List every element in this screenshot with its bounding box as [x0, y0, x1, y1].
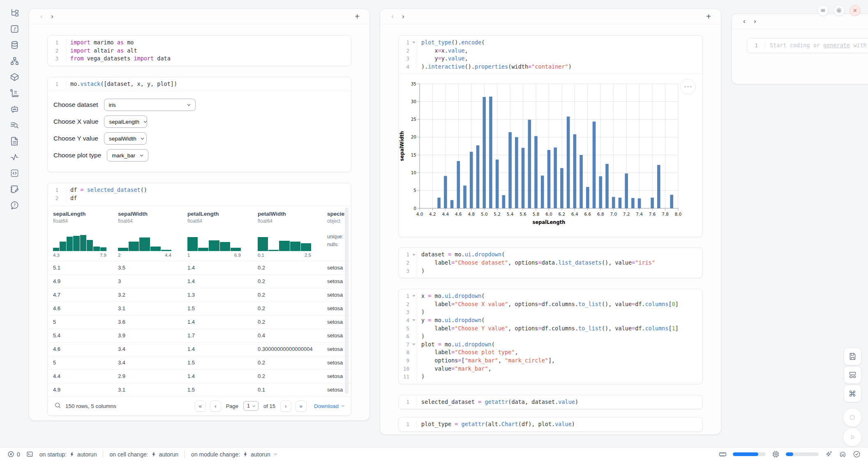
plot-type-dropdown[interactable]: mark_bar	[107, 149, 148, 161]
logs-search-icon[interactable]	[8, 120, 21, 130]
table-row[interactable]: 53.41.50.2setosa	[48, 356, 351, 369]
table-row[interactable]: 4.73.21.30.2setosa	[48, 288, 351, 302]
table-row[interactable]: 53.61.40.2setosa	[48, 315, 351, 329]
code-cell-vstack[interactable]: 1mo.vstack([dataset, x, y, plot]) Choose…	[47, 77, 351, 173]
code-cell-plot-type[interactable]: 1plot_type = getattr(alt.Chart(df), plot…	[398, 417, 703, 432]
copilot-button[interactable]	[839, 450, 847, 458]
notebook-pen-icon[interactable]	[8, 184, 21, 194]
download-button[interactable]: Download	[314, 403, 345, 409]
panel-next-button[interactable]: ›	[47, 12, 58, 21]
page-select[interactable]: 1	[243, 401, 259, 411]
scroll-icon[interactable]	[8, 88, 21, 98]
keyboard-shortcuts-button[interactable]: ⌘	[844, 385, 861, 402]
editor-placeholder[interactable]: Start coding or generate with AI	[765, 41, 868, 50]
code-cell-xy-plot-dropdowns[interactable]: 1x = mo.ui.dropdown(2 label="Choose X va…	[398, 289, 703, 384]
fold-toggle[interactable]	[411, 292, 417, 300]
interrupt-button[interactable]	[843, 408, 862, 427]
close-button[interactable]	[850, 5, 861, 16]
add-cell-button[interactable]: +	[352, 12, 362, 21]
dataset-dropdown[interactable]: iris	[104, 99, 196, 111]
table-row[interactable]: 4.63.41.40.30000000000000004setosa	[48, 342, 351, 356]
fold-toggle[interactable]	[411, 341, 417, 349]
column-header[interactable]: sepalWidthfloat6424.4	[113, 211, 182, 261]
connection-status-button[interactable]	[853, 450, 861, 458]
menu-button[interactable]	[817, 5, 829, 16]
generate-link[interactable]: generate	[823, 42, 850, 48]
function-square-icon[interactable]: f	[8, 23, 21, 34]
code-line[interactable]: import marimo as mo	[66, 39, 351, 47]
code-snippet-icon[interactable]	[8, 168, 21, 178]
table-row[interactable]: 5.43.91.70.4setosa	[48, 329, 351, 342]
code-line[interactable]: dataset = mo.ui.dropdown(	[417, 251, 702, 259]
code-cell-selected-dataset[interactable]: 1selected_dataset = getattr(data, datase…	[398, 395, 703, 410]
fold-toggle[interactable]	[411, 316, 417, 325]
error-count[interactable]: 0	[7, 451, 20, 458]
terminal-button[interactable]	[26, 451, 33, 458]
table-row[interactable]: 4.63.11.50.2setosa	[48, 302, 351, 315]
column-header[interactable]: sepalLengthfloat644.37.9	[48, 211, 113, 261]
code-line[interactable]: x = mo.ui.dropdown(	[417, 292, 702, 300]
layout-button[interactable]	[844, 366, 861, 384]
panel-prev-button[interactable]: ‹	[387, 12, 398, 21]
empty-code-cell[interactable]: 1 Start coding or generate with AI	[747, 38, 868, 53]
x-value-dropdown[interactable]: sepalLength	[104, 115, 147, 128]
package-icon[interactable]	[8, 71, 21, 82]
file-text-icon[interactable]	[8, 136, 21, 146]
help-bubble-icon[interactable]: ?	[8, 200, 21, 210]
ai-assistant-button[interactable]	[825, 450, 833, 458]
code-cell-df[interactable]: 1df = selected_dataset()2df sepalLengthf…	[47, 183, 351, 415]
add-cell-button[interactable]: +	[703, 12, 714, 21]
code-line[interactable]: label="Choose X value", options=df.colum…	[417, 300, 702, 309]
column-header[interactable]: petalWidthfloat640.12.5	[252, 211, 322, 261]
panel-next-button[interactable]: ›	[398, 12, 409, 21]
code-line[interactable]: plot_type = getattr(alt.Chart(df), plot.…	[417, 420, 702, 429]
on-module-change-setting[interactable]: on module change: autorun	[191, 451, 278, 458]
code-line[interactable]: plot = mo.ui.dropdown(	[417, 341, 702, 349]
code-line[interactable]: plot_type().encode(	[417, 39, 702, 47]
code-line[interactable]: label="Choose dataset", options=data.lis…	[417, 259, 702, 267]
file-tree-icon[interactable]	[8, 7, 21, 18]
code-line[interactable]: df = selected_dataset()	[66, 186, 351, 194]
prev-page-button[interactable]: ‹	[210, 401, 221, 412]
code-line[interactable]: x=x.value,	[417, 47, 702, 55]
table-row[interactable]: 5.13.51.40.2setosa	[48, 261, 351, 274]
settings-button[interactable]	[833, 5, 845, 16]
code-line[interactable]: options=["mark_bar", "mark_circle"],	[417, 357, 702, 365]
table-row[interactable]: 4.93.11.50.1setosa	[48, 383, 351, 396]
code-line[interactable]: from vega_datasets import data	[66, 55, 351, 63]
code-line[interactable]: )	[417, 332, 702, 341]
column-header[interactable]: petalLengthfloat6416.9	[182, 211, 252, 261]
code-cell-dataset-dropdown[interactable]: 1dataset = mo.ui.dropdown(2 label="Choos…	[398, 247, 703, 278]
first-page-button[interactable]: «	[195, 401, 206, 412]
activity-icon[interactable]	[8, 152, 21, 162]
code-line[interactable]: )	[417, 267, 702, 275]
bar-chart[interactable]: 4.04.24.44.64.85.05.25.45.65.86.06.26.46…	[399, 78, 702, 234]
code-line[interactable]: )	[417, 308, 702, 316]
code-line[interactable]: ).interactive().properties(width="contai…	[417, 63, 702, 71]
code-line[interactable]: label="Choose Y value", options=df.colum…	[417, 325, 702, 333]
on-startup-setting[interactable]: on startup: autorun	[39, 451, 97, 458]
code-line[interactable]: )	[417, 373, 702, 381]
code-cell-encode[interactable]: 1plot_type().encode(2 x=x.value,3 y=y.va…	[398, 35, 703, 237]
fold-toggle[interactable]	[411, 39, 417, 47]
code-line[interactable]: label="Choose plot type",	[417, 348, 702, 357]
database-icon[interactable]	[8, 39, 21, 50]
panel-prev-button[interactable]: ‹	[739, 16, 750, 26]
code-line[interactable]: mo.vstack([dataset, x, y, plot])	[66, 80, 351, 88]
next-page-button[interactable]: ›	[280, 401, 291, 412]
y-value-dropdown[interactable]: sepalWidth	[104, 132, 147, 145]
panel-prev-button[interactable]: ‹	[36, 12, 47, 21]
table-scrollbar[interactable]	[345, 207, 349, 394]
code-line[interactable]: df	[66, 194, 351, 203]
table-row[interactable]: 4.42.91.40.2setosa	[48, 369, 351, 383]
table-row[interactable]: 4.931.40.2setosa	[48, 274, 351, 288]
last-page-button[interactable]: »	[295, 401, 307, 412]
fold-toggle[interactable]	[411, 251, 417, 259]
code-line[interactable]: selected_dataset = getattr(data, dataset…	[417, 398, 702, 406]
code-line[interactable]: value="mark_bar",	[417, 365, 702, 373]
workflow-icon[interactable]	[8, 55, 21, 66]
code-line[interactable]: import altair as alt	[66, 47, 351, 55]
code-line[interactable]: y = mo.ui.dropdown(	[417, 316, 702, 325]
code-line[interactable]: y=y.value,	[417, 55, 702, 63]
panel-next-button[interactable]: ›	[750, 16, 760, 26]
